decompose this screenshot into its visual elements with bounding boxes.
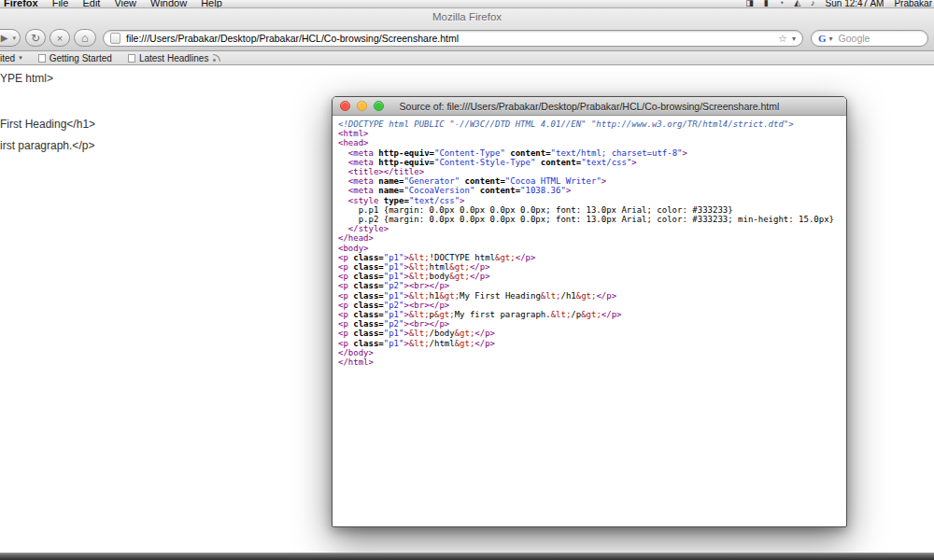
code-line: <style type="text/css"> xyxy=(338,196,846,205)
search-placeholder: Google xyxy=(839,33,870,44)
page-icon xyxy=(38,54,46,63)
url-bar[interactable]: file:///Users/Prabakar/Desktop/Prabakar/… xyxy=(103,30,803,47)
menubar-status-area: ◨ ▮ ◔ ◭ ♪ Sun 12:47 AM Prabakar xyxy=(745,0,930,8)
source-window-title: Source of: file:///Users/Prabakar/Deskto… xyxy=(400,101,780,112)
source-window: Source of: file:///Users/Prabakar/Deskto… xyxy=(332,96,847,527)
close-button[interactable] xyxy=(340,101,350,111)
input-menu-icon[interactable]: ◨ xyxy=(745,0,754,7)
bluetooth-icon[interactable]: ◭ xyxy=(794,0,800,7)
code-line: <p class="p1">&lt;/body&gt;</p> xyxy=(338,329,846,338)
bookmark-label: Latest Headlines xyxy=(139,53,209,63)
code-line: </html> xyxy=(338,357,846,367)
code-line: <p class="p2"><br></p> xyxy=(338,281,846,290)
chevron-down-icon: ▾ xyxy=(19,54,22,62)
search-field[interactable]: G ▾ Google xyxy=(811,30,928,47)
menu-window[interactable]: Window xyxy=(150,0,187,8)
code-line: <p class="p1">&lt;/html&gt;</p> xyxy=(338,339,846,348)
screen: Firefox File Edit View Window Help ◨ ▮ ◔… xyxy=(0,0,934,560)
code-line: </head> xyxy=(338,233,846,243)
code-line: <meta http-equiv="Content-Style-Type" co… xyxy=(338,158,846,167)
bookmark-latest-headlines[interactable]: Latest Headlines xyxy=(128,53,221,63)
code-line: </style> xyxy=(338,224,846,233)
back-forward-buttons[interactable]: ◀ ▶ ▾ xyxy=(0,29,21,47)
code-line: <meta name="CocoaVersion" content="1038.… xyxy=(338,186,846,195)
menubar: Firefox File Edit View Window Help ◨ ▮ ◔… xyxy=(0,0,934,8)
code-line: <html> xyxy=(338,129,846,138)
code-line: p.p1 {margin: 0.0px 0.0px 0.0px 0.0px; f… xyxy=(338,205,846,215)
menu-view[interactable]: View xyxy=(114,0,136,8)
volume-icon[interactable]: ♪ xyxy=(811,0,815,7)
code-line: <meta name="Generator" content="Cocoa HT… xyxy=(338,176,846,186)
window-controls xyxy=(340,101,384,111)
code-line: <head> xyxy=(338,138,846,147)
code-line: <p class="p2"><br></p> xyxy=(338,319,846,329)
forward-icon: ▶ xyxy=(1,33,8,43)
code-line: <p class="p2"><br></p> xyxy=(338,301,846,310)
battery-icon[interactable]: ▮ xyxy=(764,0,769,7)
stop-button[interactable]: × xyxy=(50,29,70,47)
home-icon: ⌂ xyxy=(81,31,89,45)
code-line: <!DOCTYPE html PUBLIC "-//W3C//DTD HTML … xyxy=(338,119,846,129)
code-line: <p class="p1">&lt;!DOCTYPE html&gt;</p> xyxy=(338,253,846,262)
code-line: <meta http-equiv="Content-Type" content=… xyxy=(338,148,846,158)
menubar-user[interactable]: Prabakar xyxy=(894,0,932,8)
code-line: <p class="p1">&lt;p&gt;My first paragrap… xyxy=(338,310,846,319)
firefox-toolbar: Mozilla Firefox ◀ ▶ ▾ ↻ × ⌂ fil xyxy=(0,8,934,51)
firefox-window-title: Mozilla Firefox xyxy=(0,8,934,26)
bottom-bar xyxy=(0,553,934,560)
source-code: <!DOCTYPE html PUBLIC "-//W3C//DTD HTML … xyxy=(333,116,846,367)
history-dropdown-icon: ▾ xyxy=(12,35,16,42)
menu-help[interactable]: Help xyxy=(201,0,222,8)
search-engine-dropdown-icon[interactable]: ▾ xyxy=(829,35,833,43)
code-line: <title></title> xyxy=(338,167,846,176)
home-button[interactable]: ⌂ xyxy=(74,29,96,47)
zoom-button[interactable] xyxy=(374,101,384,111)
page-favicon-icon xyxy=(110,33,120,44)
page-text-line: irst paragraph.</p> xyxy=(0,139,94,152)
reload-button[interactable]: ↻ xyxy=(25,29,46,47)
reload-icon: ↻ xyxy=(31,32,40,45)
menubar-clock[interactable]: Sun 12:47 AM xyxy=(826,0,884,8)
bookmark-getting-started[interactable]: Getting Started xyxy=(38,53,112,63)
code-line: <p class="p1">&lt;body&gt;</p> xyxy=(338,272,846,281)
navigation-toolbar: ◀ ▶ ▾ ↻ × ⌂ file:///Users/Prabakar/Deskt… xyxy=(0,26,934,51)
code-line: <p class="p1">&lt;h1&gt;My First Heading… xyxy=(338,291,846,301)
url-dropdown-icon[interactable]: ▾ xyxy=(792,35,796,43)
bookmark-star-icon[interactable]: ☆ xyxy=(778,33,787,45)
bookmark-label: ited xyxy=(0,53,15,63)
bookmarks-bar: ited ▾ Getting Started Latest Headlines xyxy=(0,51,934,65)
source-window-titlebar[interactable]: Source of: file:///Users/Prabakar/Deskto… xyxy=(333,97,846,116)
page-icon xyxy=(128,54,135,63)
minimize-button[interactable] xyxy=(357,101,367,111)
rss-icon xyxy=(212,54,220,63)
wifi-icon[interactable]: ◔ xyxy=(779,0,784,7)
code-line: </body> xyxy=(338,348,846,357)
page-text-line: YPE html> xyxy=(0,72,53,85)
code-line: <body> xyxy=(338,244,846,253)
menu-file[interactable]: File xyxy=(52,0,69,8)
google-engine-icon[interactable]: G xyxy=(818,33,827,44)
menu-edit[interactable]: Edit xyxy=(82,0,100,8)
bookmark-most-visited[interactable]: ited ▾ xyxy=(0,53,22,63)
url-text[interactable]: file:///Users/Prabakar/Desktop/Prabakar/… xyxy=(126,33,773,44)
stop-icon: × xyxy=(57,33,63,44)
bookmark-label: Getting Started xyxy=(50,53,112,63)
code-line: p.p2 {margin: 0.0px 0.0px 0.0px 0.0px; f… xyxy=(338,215,846,224)
page-text-line: First Heading</h1> xyxy=(0,118,95,131)
menu-firefox[interactable]: Firefox xyxy=(4,0,38,8)
code-line: <p class="p1">&lt;html&gt;</p> xyxy=(338,262,846,272)
